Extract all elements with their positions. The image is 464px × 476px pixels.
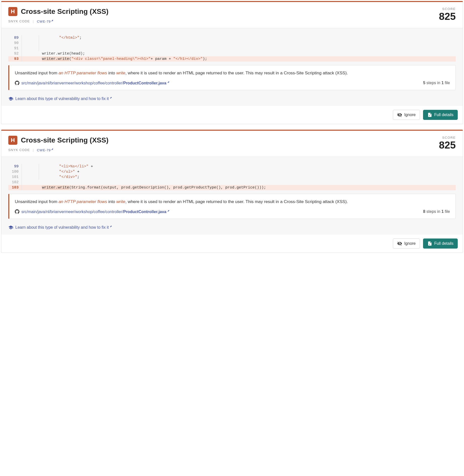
- code-line: 92 writer.write(head);: [8, 51, 456, 56]
- source-label: SNYK CODE: [8, 19, 30, 23]
- file-path-link[interactable]: src/main/java/nl/brianvermeer/workshop/c…: [15, 81, 169, 85]
- score-label: SCORE: [439, 136, 456, 139]
- steps-count: 8 steps in 1 file: [423, 209, 450, 214]
- external-link-icon: ⬈: [51, 19, 54, 22]
- code-line: 89 "</html>";: [8, 35, 456, 40]
- full-details-button[interactable]: Full details: [423, 110, 458, 120]
- line-number: 102: [8, 180, 22, 185]
- doc-search-icon: [427, 241, 432, 246]
- ignore-button[interactable]: Ignore: [393, 110, 420, 120]
- line-number: 103: [8, 185, 22, 190]
- vulnerability-card: H Cross-site Scripting (XSS) SNYK CODE |…: [1, 130, 463, 253]
- steps-count: 5 steps in 1 file: [423, 81, 450, 85]
- github-icon: [15, 209, 19, 214]
- code-line: 102: [8, 180, 456, 185]
- severity-badge: H: [8, 7, 17, 16]
- file-path-link[interactable]: src/main/java/nl/brianvermeer/workshop/c…: [15, 209, 169, 214]
- score-label: SCORE: [439, 7, 456, 11]
- code-snippet: 99 "<li>%s</li>" +100 "</ul>" +101 "</di…: [8, 164, 456, 190]
- code-line: 90: [8, 40, 456, 46]
- issue-description: Unsanitized input from an HTTP parameter…: [15, 70, 450, 76]
- cwe-link[interactable]: CWE-79⬈: [37, 19, 54, 23]
- code-line: 103 writer.write(String.format(output, p…: [8, 185, 456, 190]
- external-link-icon: ⬈: [167, 81, 169, 83]
- doc-search-icon: [427, 112, 432, 117]
- score-box: SCORE 825: [439, 136, 456, 151]
- line-number: 89: [8, 35, 22, 40]
- info-panel: Unsanitized input from an HTTP parameter…: [8, 65, 456, 90]
- source-label: SNYK CODE: [8, 148, 30, 152]
- vulnerability-title: Cross-site Scripting (XSS): [21, 136, 109, 144]
- vulnerability-title: Cross-site Scripting (XSS): [21, 8, 109, 16]
- graduation-cap-icon: [8, 225, 13, 230]
- github-icon: [15, 81, 19, 85]
- full-details-button[interactable]: Full details: [423, 239, 458, 249]
- learn-link[interactable]: Learn about this type of vulnerability a…: [8, 96, 456, 101]
- line-number: 91: [8, 46, 22, 51]
- code-line: 93 writer.write("<div class=\"panel-head…: [8, 56, 456, 62]
- score-value: 825: [439, 139, 456, 151]
- line-number: 90: [8, 40, 22, 46]
- score-box: SCORE 825: [439, 7, 456, 22]
- code-line: 101 "</div>";: [8, 174, 456, 180]
- line-number: 92: [8, 51, 22, 56]
- ignore-button[interactable]: Ignore: [393, 239, 420, 249]
- code-line: 100 "</ul>" +: [8, 169, 456, 174]
- external-link-icon: ⬈: [51, 148, 54, 151]
- external-link-icon: ⬈: [110, 96, 112, 99]
- line-number: 101: [8, 174, 22, 180]
- code-snippet: 89 "</html>";909192 writer.write(head);9…: [8, 35, 456, 62]
- eye-off-icon: [397, 112, 402, 117]
- line-number: 99: [8, 164, 22, 169]
- eye-off-icon: [397, 241, 402, 246]
- graduation-cap-icon: [8, 96, 13, 101]
- learn-link[interactable]: Learn about this type of vulnerability a…: [8, 225, 456, 230]
- score-value: 825: [439, 11, 456, 22]
- external-link-icon: ⬈: [167, 209, 169, 212]
- external-link-icon: ⬈: [110, 225, 112, 228]
- line-number: 93: [8, 56, 22, 62]
- code-line: 99 "<li>%s</li>" +: [8, 164, 456, 169]
- line-number: 100: [8, 169, 22, 174]
- info-panel: Unsanitized input from an HTTP parameter…: [8, 194, 456, 219]
- severity-badge: H: [8, 136, 17, 145]
- issue-description: Unsanitized input from an HTTP parameter…: [15, 199, 450, 205]
- vulnerability-card: H Cross-site Scripting (XSS) SNYK CODE |…: [1, 1, 463, 124]
- cwe-link[interactable]: CWE-79⬈: [37, 148, 54, 152]
- code-line: 91: [8, 46, 456, 51]
